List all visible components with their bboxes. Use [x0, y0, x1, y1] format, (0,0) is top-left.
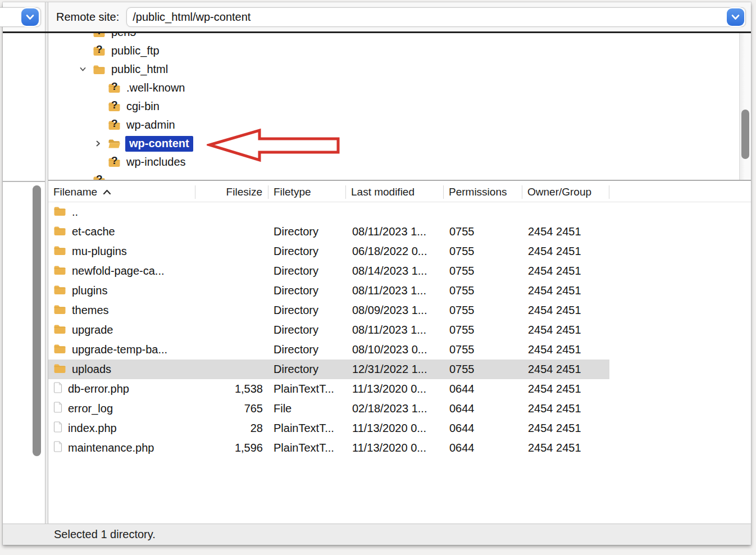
- expander-slot: [76, 175, 89, 181]
- column-header-owner-group[interactable]: Owner/Group: [522, 185, 609, 199]
- local-pane-splitter: [3, 181, 45, 182]
- folder-question-icon: ?: [93, 33, 106, 38]
- cell-permissions: 0755: [444, 281, 522, 301]
- tree-item-perl5[interactable]: ? perl5: [48, 33, 739, 42]
- tree-item-public_html[interactable]: public_html: [48, 60, 739, 79]
- cell-filesize: 765: [195, 399, 268, 418]
- cell-filename: mu-plugins: [72, 245, 127, 258]
- column-header-permissions[interactable]: Permissions: [444, 185, 522, 199]
- cell-owner-group: 2454 2451: [522, 320, 609, 340]
- file-list-row-upgrade[interactable]: upgrade Directory 08/11/2023 1... 0755 2…: [48, 320, 751, 340]
- cell-filetype: Directory: [268, 261, 346, 281]
- file-list-row-plugins[interactable]: plugins Directory 08/11/2023 1... 0755 2…: [48, 281, 751, 301]
- cell-filename: ..: [72, 206, 78, 219]
- tree-scrollbar-thumb[interactable]: [741, 110, 749, 159]
- cell-filesize: [195, 202, 268, 222]
- cell-last-modified: 06/18/2022 0...: [346, 242, 444, 261]
- cell-filesize: 1,538: [195, 379, 268, 399]
- tree-item-public_ftp[interactable]: ? public_ftp: [48, 42, 739, 60]
- app-frame: Remote site:: [0, 0, 756, 555]
- cell-last-modified: 08/11/2023 1...: [346, 320, 444, 340]
- cell-permissions: [444, 202, 522, 222]
- cell-filetype: Directory: [268, 360, 346, 379]
- remote-site-combo: [126, 7, 746, 27]
- chevron-down-icon: [731, 14, 740, 20]
- tree-item-wp-includes[interactable]: ? wp-includes: [48, 153, 739, 171]
- local-pane-fragment: [3, 33, 45, 524]
- tree-item-.well-known[interactable]: ? .well-known: [48, 79, 739, 97]
- cell-permissions: 0644: [444, 438, 522, 458]
- file-list-row-et-cache[interactable]: et-cache Directory 08/11/2023 1... 0755 …: [48, 222, 751, 242]
- cell-filetype: PlainTextT...: [268, 379, 346, 399]
- folder-icon: [53, 225, 66, 239]
- cell-permissions: 0644: [444, 418, 522, 438]
- column-header-filetype[interactable]: Filetype: [268, 185, 346, 199]
- file-icon: [53, 441, 62, 455]
- cell-last-modified: 11/13/2020 0...: [346, 418, 444, 438]
- file-list-header: Filename Filesize Filetype Last modified…: [48, 182, 751, 202]
- local-list-scrollbar-thumb[interactable]: [33, 185, 41, 456]
- column-header-filename[interactable]: Filename: [48, 185, 195, 199]
- file-list-row-upgrade-temp-ba-[interactable]: upgrade-temp-ba... Directory 08/10/2023 …: [48, 340, 751, 360]
- file-list-row-db-error-php[interactable]: db-error.php 1,538 PlainTextT... 11/13/2…: [48, 379, 751, 399]
- file-list-row-mu-plugins[interactable]: mu-plugins Directory 06/18/2022 0... 075…: [48, 242, 751, 261]
- file-list-rows: .. et-cache Directory 08/11/2023 1... 07…: [48, 202, 751, 458]
- cell-owner-group: 2454 2451: [522, 222, 609, 242]
- column-header-filesize[interactable]: Filesize: [195, 185, 268, 199]
- remote-file-list: Filename Filesize Filetype Last modified…: [48, 182, 751, 524]
- remote-site-dropdown-button[interactable]: [727, 8, 744, 26]
- file-list-row-themes[interactable]: themes Directory 08/09/2023 1... 0755 24…: [48, 301, 751, 320]
- cell-filesize: [195, 261, 268, 281]
- expander-slot: [92, 101, 104, 113]
- folder-icon: [53, 206, 66, 219]
- tree-item-clipped[interactable]: ?: [48, 171, 739, 181]
- file-icon: [53, 402, 62, 416]
- tree-item-wp-admin[interactable]: ? wp-admin: [48, 116, 739, 134]
- cell-filetype: Directory: [268, 242, 346, 261]
- chevron-right-icon[interactable]: [92, 138, 104, 150]
- cell-permissions: 0644: [444, 399, 522, 418]
- chevron-down-icon: [26, 14, 34, 20]
- cell-owner-group: 2454 2451: [522, 340, 609, 360]
- local-site-dropdown-button[interactable]: [21, 8, 39, 26]
- site-toolbar: Remote site:: [3, 2, 751, 31]
- cell-filename: index.php: [68, 422, 117, 435]
- cell-filename: plugins: [72, 284, 107, 297]
- expander-slot: [92, 119, 104, 131]
- tree-item-cgi-bin[interactable]: ? cgi-bin: [48, 97, 739, 116]
- cell-last-modified: 08/11/2023 1...: [346, 222, 444, 242]
- file-list-row-maintenance-php[interactable]: maintenance.php 1,596 PlainTextT... 11/1…: [48, 438, 751, 458]
- file-list-row-index-php[interactable]: index.php 28 PlainTextT... 11/13/2020 0.…: [48, 418, 751, 438]
- remote-pane: ? perl5 ? public_ftp public_html ? .well…: [48, 33, 751, 524]
- cell-owner-group: 2454 2451: [522, 301, 609, 320]
- cell-filename: maintenance.php: [68, 442, 154, 454]
- cell-permissions: 0755: [444, 261, 522, 281]
- cell-owner-group: 2454 2451: [522, 242, 609, 261]
- remote-tree-pane: ? perl5 ? public_ftp public_html ? .well…: [48, 33, 751, 181]
- tree-item-wp-content[interactable]: wp-content: [48, 134, 739, 153]
- cell-filesize: [195, 340, 268, 360]
- status-text: Selected 1 directory.: [54, 528, 156, 541]
- chevron-down-icon[interactable]: [76, 63, 89, 76]
- cell-permissions: 0755: [444, 320, 522, 340]
- folder-question-icon: ?: [93, 46, 106, 57]
- column-header-last-modified[interactable]: Last modified: [346, 185, 444, 199]
- cell-permissions: 0755: [444, 222, 522, 242]
- file-list-row--[interactable]: ..: [48, 202, 751, 222]
- file-list-row-error-log[interactable]: error_log 765 File 02/18/2023 1... 0644 …: [48, 399, 751, 418]
- cell-filetype: PlainTextT...: [268, 418, 346, 438]
- file-list-row-uploads[interactable]: uploads Directory 12/31/2022 1... 0755 2…: [48, 360, 751, 379]
- tree-scrollbar-track[interactable]: [739, 33, 751, 180]
- status-bar: Selected 1 directory.: [3, 524, 751, 545]
- cell-filesize: [195, 222, 268, 242]
- folder-open-icon: [108, 138, 121, 149]
- cell-permissions: 0755: [444, 360, 522, 379]
- remote-site-input[interactable]: [127, 11, 745, 24]
- cell-filetype: File: [268, 399, 346, 418]
- cell-filetype: PlainTextT...: [268, 438, 346, 458]
- cell-filesize: [195, 281, 268, 301]
- cell-filesize: [195, 242, 268, 261]
- folder-icon: [53, 343, 66, 357]
- local-site-toolbar-fragment: [3, 2, 45, 31]
- file-list-row-newfold-page-ca-[interactable]: newfold-page-ca... Directory 08/14/2023 …: [48, 261, 751, 281]
